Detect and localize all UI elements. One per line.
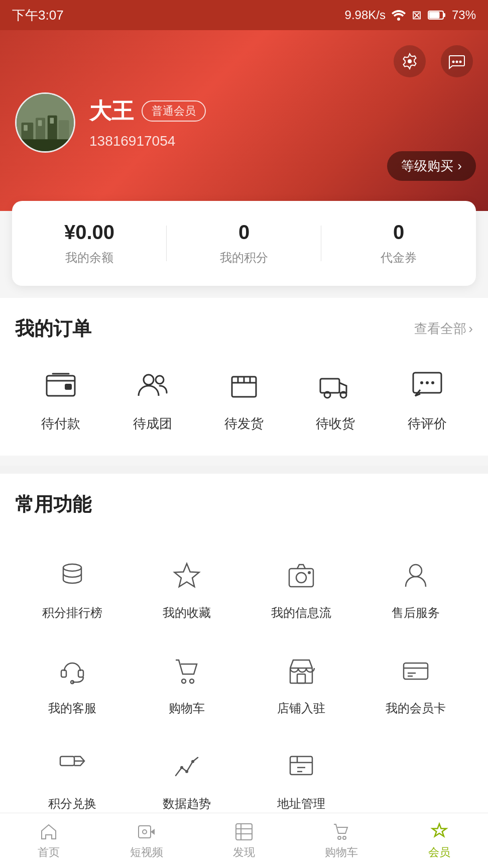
chevron-right-icon: › <box>468 321 473 337</box>
func-address-label: 地址管理 <box>277 796 325 812</box>
points-value: 0 <box>167 221 321 244</box>
order-pending-receive-label: 待收货 <box>316 415 355 432</box>
func-customer-service-label: 我的客服 <box>48 700 96 716</box>
address-icon <box>281 746 321 787</box>
profile-info: 大王 普通会员 13816917054 <box>89 96 473 149</box>
svg-rect-22 <box>320 379 339 393</box>
wallet-icon <box>41 365 81 405</box>
svg-point-20 <box>156 376 164 384</box>
svg-marker-30 <box>175 564 199 587</box>
balance-label: 我的余额 <box>12 250 167 266</box>
status-right: 9.98K/s ⊠ 73% <box>345 8 476 22</box>
box-icon <box>224 365 264 405</box>
svg-point-19 <box>144 375 154 385</box>
svg-marker-54 <box>432 824 446 836</box>
svg-point-6 <box>456 61 458 63</box>
svg-rect-36 <box>78 670 83 677</box>
status-bar: 下午3:07 9.98K/s ⊠ 73% <box>0 0 488 30</box>
func-info-stream[interactable]: 我的信息流 <box>244 540 358 636</box>
avatar[interactable] <box>15 92 75 153</box>
func-points-rank[interactable]: 积分排行榜 <box>15 540 130 636</box>
cart-tab-icon <box>331 822 351 842</box>
wifi-icon <box>392 9 406 21</box>
tab-bar: 首页 短视频 发现 <box>0 813 488 868</box>
settings-button[interactable] <box>394 45 426 77</box>
tab-home[interactable]: 首页 <box>0 822 97 860</box>
database-icon <box>52 556 92 596</box>
tab-short-video[interactable]: 短视频 <box>97 822 195 860</box>
func-data-trend-label: 数据趋势 <box>163 796 211 812</box>
svg-point-44 <box>180 766 183 769</box>
group-icon <box>133 365 173 405</box>
header-actions <box>15 45 473 77</box>
svg-rect-48 <box>139 826 151 838</box>
discover-icon <box>234 822 254 842</box>
user-phone: 13816917054 <box>89 133 473 149</box>
exchange-icon <box>52 746 92 787</box>
cart-icon <box>167 651 207 691</box>
points-label: 我的积分 <box>167 250 321 266</box>
tab-discover-label: 发现 <box>233 845 255 860</box>
svg-rect-2 <box>443 13 445 17</box>
orders-title: 我的订单 <box>15 316 91 342</box>
func-store-join[interactable]: 店铺入驻 <box>244 636 358 731</box>
func-member-card[interactable]: 我的会员卡 <box>358 636 473 731</box>
svg-marker-49 <box>151 829 155 835</box>
voucher-label: 代金券 <box>321 250 476 266</box>
svg-point-53 <box>343 836 346 839</box>
svg-rect-18 <box>65 384 72 390</box>
tab-short-video-label: 短视频 <box>130 845 163 860</box>
func-cart-label: 购物车 <box>169 700 205 716</box>
svg-point-5 <box>452 61 455 63</box>
func-exchange-label: 积分兑换 <box>48 796 96 812</box>
func-customer-service[interactable]: 我的客服 <box>15 636 130 731</box>
svg-point-29 <box>63 564 81 571</box>
video-icon <box>137 822 157 842</box>
comment-icon <box>407 365 447 405</box>
tab-cart[interactable]: 购物车 <box>293 822 390 860</box>
voucher-value: 0 <box>321 221 476 244</box>
user-name: 大王 <box>89 96 134 126</box>
svg-point-52 <box>338 836 341 839</box>
tab-discover[interactable]: 发现 <box>195 822 293 860</box>
svg-rect-3 <box>429 12 439 19</box>
functions-section: 常用功能 积分排行榜 <box>0 474 488 850</box>
card-icon <box>396 651 436 691</box>
svg-rect-16 <box>50 118 54 124</box>
func-after-sale-label: 售后服务 <box>392 605 440 621</box>
home-icon <box>39 822 59 842</box>
tab-member-label: 会员 <box>428 845 450 860</box>
svg-point-27 <box>426 381 429 384</box>
svg-point-33 <box>308 571 311 574</box>
headset-icon <box>52 651 92 691</box>
grade-buy-label: 等级购买 <box>401 157 453 175</box>
svg-rect-40 <box>290 668 312 683</box>
func-info-stream-label: 我的信息流 <box>271 605 331 621</box>
tab-cart-label: 购物车 <box>325 845 358 860</box>
points-item[interactable]: 0 我的积分 <box>167 221 321 266</box>
message-button[interactable] <box>441 45 473 77</box>
order-pending-payment-label: 待付款 <box>41 415 80 432</box>
svg-rect-43 <box>60 756 74 766</box>
order-pending-review[interactable]: 待评价 <box>407 365 447 432</box>
tab-member[interactable]: 会员 <box>391 822 488 860</box>
order-pending-group[interactable]: 待成团 <box>133 365 173 432</box>
finance-card: ¥0.00 我的余额 0 我的积分 0 代金券 <box>12 201 476 286</box>
profile-header: 大王 普通会员 13816917054 等级购买 › <box>0 30 488 211</box>
svg-point-38 <box>182 679 186 683</box>
view-all-button[interactable]: 查看全部 › <box>414 320 473 338</box>
functions-title: 常用功能 <box>15 492 91 517</box>
func-favorites[interactable]: 我的收藏 <box>130 540 244 636</box>
func-cart[interactable]: 购物车 <box>130 636 244 731</box>
grade-buy-button[interactable]: 等级购买 › <box>387 151 476 181</box>
svg-point-45 <box>185 770 188 773</box>
svg-point-39 <box>190 679 194 683</box>
order-pending-payment[interactable]: 待付款 <box>41 365 81 432</box>
order-pending-ship[interactable]: 待发货 <box>224 365 264 432</box>
func-member-card-label: 我的会员卡 <box>386 700 446 716</box>
func-after-sale[interactable]: 售后服务 <box>358 540 473 636</box>
svg-rect-51 <box>236 824 252 840</box>
voucher-item[interactable]: 0 代金券 <box>321 221 476 266</box>
order-pending-receive[interactable]: 待收货 <box>315 365 355 432</box>
balance-item[interactable]: ¥0.00 我的余额 <box>12 221 167 266</box>
